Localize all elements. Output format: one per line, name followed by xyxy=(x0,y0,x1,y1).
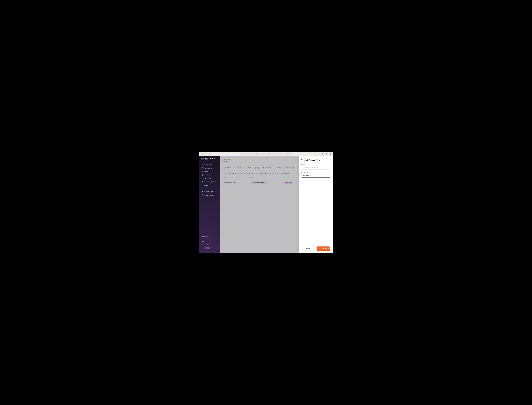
permissions-select[interactable]: Read/Write xyxy=(301,174,330,178)
chevron-down-icon[interactable]: ⌄ xyxy=(211,153,213,155)
book-icon xyxy=(201,194,203,196)
generate-token-drawer: Generate Access Token Name Permissions R… xyxy=(299,156,333,253)
sidebar-toggle-group: ⌄ xyxy=(209,153,213,155)
footer-sla[interactable]: SLA xyxy=(201,240,217,243)
logo-icon xyxy=(201,158,204,161)
nav-label: Integrations xyxy=(205,167,212,169)
logo[interactable]: VictoriaMetrics Cloud xyxy=(199,158,219,163)
sidebar-item-billing[interactable]: Billing xyxy=(200,170,218,173)
svg-rect-6 xyxy=(202,168,203,169)
logo-sub: Cloud xyxy=(205,159,216,161)
nav-label: Documentation xyxy=(205,194,214,196)
svg-rect-4 xyxy=(202,164,203,165)
drawer-footer: Close Generate Token xyxy=(301,246,330,251)
name-label: Name xyxy=(301,163,330,165)
reload-icon[interactable]: ↻ xyxy=(290,153,291,155)
browser-window: ⌄ ‹ › console.victoriametrics.cloud ⊞ᴬ ↻ xyxy=(199,152,333,253)
logo-name: VictoriaMetrics xyxy=(205,158,216,159)
key-icon xyxy=(201,184,203,186)
nav-label: Audit Logs xyxy=(205,178,211,179)
app-body: VictoriaMetrics Cloud Deployments Integr… xyxy=(199,156,333,253)
nav-label: API keys xyxy=(205,184,210,186)
sidebar-item-user-management[interactable]: User Management xyxy=(200,180,218,183)
svg-point-14 xyxy=(202,185,202,185)
close-icon[interactable] xyxy=(328,159,330,161)
sidebar-item-documentation[interactable]: Documentation xyxy=(200,193,218,197)
back-button[interactable]: ‹ xyxy=(216,153,216,155)
svg-point-16 xyxy=(202,191,203,192)
drawer-title: Generate Access Token xyxy=(301,159,320,161)
deployments-icon xyxy=(201,164,203,166)
sidebar-toggle-icon[interactable] xyxy=(209,153,210,155)
chevron-down-icon xyxy=(327,175,329,176)
billing-icon xyxy=(201,171,203,172)
sidebar-item-contact-support[interactable]: Contact Support xyxy=(200,190,218,193)
sidebar: VictoriaMetrics Cloud Deployments Integr… xyxy=(199,156,219,253)
chrome-right-group xyxy=(322,153,331,155)
token-name-input[interactable] xyxy=(301,166,330,170)
url-actions: ⊞ᴬ ↻ xyxy=(287,153,291,155)
generate-button-highlight: Generate Token xyxy=(317,246,330,251)
translate-icon[interactable]: ⊞ᴬ xyxy=(287,153,289,155)
url-text: console.victoriametrics.cloud xyxy=(259,153,275,155)
svg-point-13 xyxy=(202,182,203,182)
traffic-lights xyxy=(201,153,206,155)
generate-token-button[interactable]: Generate Token xyxy=(317,246,330,250)
url-bar[interactable]: console.victoriametrics.cloud ⊞ᴬ ↻ xyxy=(240,153,292,155)
nav-label: Notification xyxy=(205,174,211,176)
footer-privacy[interactable]: Privacy Policy xyxy=(201,235,217,238)
permissions-label: Permissions xyxy=(301,171,330,173)
svg-rect-2 xyxy=(257,154,258,155)
traffic-minimize[interactable] xyxy=(203,153,204,155)
footer-links: Privacy Policy Terms of Service SLA Stat… xyxy=(199,235,219,251)
svg-point-12 xyxy=(202,181,202,182)
browser-chrome: ⌄ ‹ › console.victoriametrics.cloud ⊞ᴬ ↻ xyxy=(199,152,333,156)
nav-divider xyxy=(201,188,217,189)
svg-rect-0 xyxy=(209,153,210,155)
forward-button[interactable]: › xyxy=(218,153,218,155)
svg-rect-21 xyxy=(202,194,203,196)
lock-icon xyxy=(257,153,258,155)
support-list: Contact Support Documentation xyxy=(199,190,219,197)
nav-label: Contact Support xyxy=(205,191,214,192)
audit-logs-icon xyxy=(201,177,203,179)
new-tab-icon[interactable] xyxy=(326,153,327,155)
bell-icon xyxy=(201,174,203,176)
share-icon[interactable] xyxy=(322,153,324,155)
integrations-icon xyxy=(201,167,203,169)
sidebar-item-api-keys[interactable]: API keys xyxy=(200,183,218,187)
nav-label: Billing xyxy=(205,171,208,172)
traffic-close[interactable] xyxy=(201,153,202,155)
nav-label: User Management xyxy=(205,181,216,182)
footer-status[interactable]: Status Page xyxy=(201,243,217,245)
sidebar-item-integrations[interactable]: Integrations xyxy=(200,166,218,170)
tabs-icon[interactable] xyxy=(330,153,331,155)
svg-rect-7 xyxy=(202,171,203,172)
drawer-header: Generate Access Token xyxy=(301,159,330,161)
close-button[interactable]: Close xyxy=(301,246,315,251)
select-value: Read/Write xyxy=(303,175,310,176)
svg-rect-3 xyxy=(330,154,331,155)
nav-list: Deployments Integrations Billing Notific… xyxy=(199,163,219,187)
nav-arrows: ‹ › xyxy=(216,153,218,155)
support-icon xyxy=(201,191,203,192)
sidebar-item-deployments[interactable]: Deployments xyxy=(200,163,218,166)
sidebar-item-audit-logs[interactable]: Audit Logs xyxy=(200,177,218,180)
sidebar-item-notification[interactable]: Notification xyxy=(200,173,218,177)
users-icon xyxy=(201,181,203,182)
traffic-maximize[interactable] xyxy=(205,153,206,155)
footer-terms[interactable]: Terms of Service xyxy=(201,238,217,240)
copyright: ©2024 Victoria Metrics Inc. xyxy=(201,245,217,250)
nav-label: Deployments xyxy=(205,164,213,166)
